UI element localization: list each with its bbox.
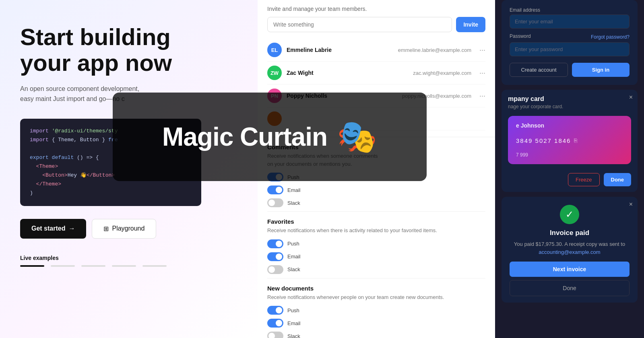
toggle-fav-slack-label: Slack	[287, 266, 300, 272]
signin-card: Email address Password Forgot password? …	[502, 0, 638, 85]
invoice-modal: × ✓ Invoice paid You paid $17,975.30. A …	[502, 197, 638, 303]
email-input[interactable]	[510, 14, 630, 29]
company-card-modal: × mpany card nage your corporate card. e…	[502, 90, 638, 192]
magic-curtain-overlay: Magic Curtain 🎭	[113, 93, 427, 181]
toggle-docs-slack: Slack	[267, 332, 485, 338]
card-number: 3849 5027 1846	[516, 137, 571, 144]
toggle-docs-push-switch[interactable]	[267, 306, 283, 315]
member-name-zac: Zac Wight	[287, 70, 408, 76]
check-circle-icon: ✓	[560, 205, 579, 224]
toggle-docs-push: Push	[267, 306, 485, 315]
company-modal-actions: Freeze Done	[502, 170, 638, 192]
forgot-password-link[interactable]: Forgot password?	[591, 34, 630, 40]
landing-title: Start building your app now	[20, 24, 237, 76]
member-row-emmeline: EL Emmeline Labrie emmeline.labrie@examp…	[267, 39, 485, 62]
freeze-button[interactable]: Freeze	[568, 173, 599, 186]
company-done-button[interactable]: Done	[604, 173, 632, 186]
notif-newdocs-toggles: Push Email Slack	[267, 306, 485, 338]
member-row-zac: ZW Zac Wight zac.wight@example.com ···	[267, 62, 485, 84]
more-options-emmeline[interactable]: ···	[479, 46, 485, 54]
toggle-docs-slack-label: Slack	[287, 333, 300, 338]
card-number-row: 3849 5027 1846 ⎘	[516, 137, 623, 144]
live-tab-5[interactable]	[142, 265, 167, 267]
arrow-icon: →	[68, 225, 75, 232]
invoice-done-button[interactable]: Done	[510, 280, 630, 296]
grid-icon: ⊞	[103, 225, 109, 233]
member-email-emmeline: emmeline.labrie@example.com	[398, 47, 471, 53]
live-tab-1[interactable]	[20, 265, 44, 267]
toggle-comments-slack-switch[interactable]	[267, 198, 283, 207]
card-name: e Johnson	[516, 122, 623, 129]
signin-buttons: Create account Sign in	[510, 63, 630, 77]
avatar-emmeline: EL	[267, 43, 282, 57]
toggle-docs-push-label: Push	[287, 307, 299, 313]
more-options-poppy[interactable]: ···	[479, 92, 485, 100]
signin-button[interactable]: Sign in	[572, 63, 630, 77]
notif-newdocs: New documents Receive notifications when…	[267, 278, 485, 338]
next-invoice-button[interactable]: Next invoice	[510, 262, 630, 277]
notif-newdocs-desc: Receive notifications whenever people on…	[267, 293, 485, 301]
toggle-fav-email: Email	[267, 252, 485, 261]
toggle-docs-slack-switch[interactable]	[267, 332, 283, 338]
toggle-comments-slack-label: Slack	[287, 200, 300, 206]
email-label: Email address	[510, 7, 630, 13]
card-expiry: 7 999	[516, 152, 623, 158]
toggle-comments-email-label: Email	[287, 187, 301, 193]
invite-row: Invite	[267, 17, 485, 32]
notif-newdocs-title: New documents	[267, 285, 485, 292]
notif-favorites-title: Favorites	[267, 218, 485, 225]
password-input[interactable]	[510, 42, 630, 56]
live-tabs	[20, 265, 237, 267]
toggle-comments-slack: Slack	[267, 198, 485, 207]
credit-card: e Johnson 3849 5027 1846 ⎘ 7 999	[508, 116, 631, 164]
toggle-fav-push: Push	[267, 239, 485, 248]
curtain-emoji: 🎭	[337, 121, 377, 153]
create-account-button[interactable]: Create account	[510, 63, 568, 77]
playground-button[interactable]: ⊞ Playground	[92, 219, 156, 239]
toggle-fav-email-label: Email	[287, 254, 301, 260]
toggle-docs-email-label: Email	[287, 320, 301, 326]
copy-icon[interactable]: ⎘	[574, 137, 577, 144]
member-email-zac: zac.wight@example.com	[413, 70, 471, 76]
invoice-title: Invoice paid	[510, 229, 630, 237]
right-panel: Email address Password Forgot password? …	[495, 0, 644, 338]
company-modal-close[interactable]: ×	[629, 94, 633, 101]
live-examples-section: Live examples	[20, 255, 237, 267]
live-examples-label: Live examples	[20, 255, 237, 261]
toggle-fav-email-switch[interactable]	[267, 252, 283, 261]
magic-curtain-text: Magic Curtain	[162, 122, 327, 152]
toggle-comments-email: Email	[267, 185, 485, 194]
company-modal-header: mpany card nage your corporate card.	[502, 90, 638, 112]
avatar-zac: ZW	[267, 66, 282, 80]
live-tab-3[interactable]	[81, 265, 105, 267]
password-label: Password	[510, 33, 531, 39]
live-tab-2[interactable]	[51, 265, 75, 267]
member-name-emmeline: Emmeline Labrie	[287, 47, 393, 53]
toggle-fav-slack: Slack	[267, 265, 485, 274]
company-modal-title: mpany card	[508, 95, 631, 103]
live-tab-4[interactable]	[112, 265, 136, 267]
toggle-fav-slack-switch[interactable]	[267, 265, 283, 274]
toggle-comments-email-switch[interactable]	[267, 185, 283, 194]
invite-button[interactable]: Invite	[456, 17, 485, 32]
toggle-docs-email: Email	[267, 319, 485, 328]
team-description: Invite and manage your team members.	[267, 0, 485, 17]
more-options-zac[interactable]: ···	[479, 69, 485, 77]
invoice-description: You paid $17,975.30. A receipt copy was …	[510, 240, 630, 256]
toggle-fav-push-switch[interactable]	[267, 239, 283, 248]
invite-input[interactable]	[267, 17, 452, 32]
invoice-close-button[interactable]: ×	[629, 201, 633, 208]
toggle-fav-push-label: Push	[287, 241, 299, 247]
password-row: Password Forgot password?	[510, 33, 630, 41]
invoice-email: accounting@example.com	[539, 249, 600, 255]
notif-favorites: Favorites Receive notifications when the…	[267, 212, 485, 278]
notif-favorites-toggles: Push Email Slack	[267, 239, 485, 274]
company-modal-subtitle: nage your corporate card.	[508, 104, 631, 109]
get-started-button[interactable]: Get started →	[20, 219, 86, 239]
notif-favorites-desc: Receive notifications when there is acti…	[267, 227, 485, 235]
landing-buttons: Get started → ⊞ Playground	[20, 219, 237, 239]
toggle-docs-email-switch[interactable]	[267, 319, 283, 328]
